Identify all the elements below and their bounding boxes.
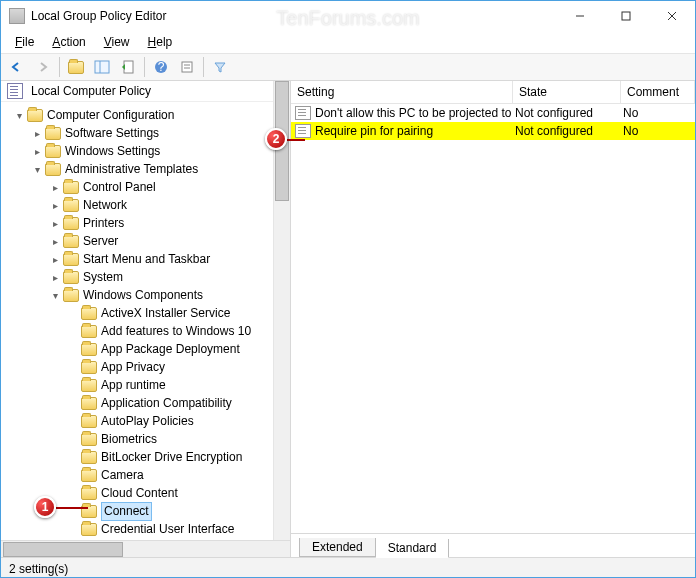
collapse-icon[interactable]: ▾ (13, 109, 25, 121)
expand-icon[interactable]: ▸ (49, 181, 61, 193)
tree-node-label: Network (83, 197, 127, 214)
tree-node[interactable]: Biometrics (1, 430, 290, 448)
tree-node[interactable]: ActiveX Installer Service (1, 304, 290, 322)
tree-node-label: Start Menu and Taskbar (83, 251, 210, 268)
filter-button[interactable] (208, 56, 232, 78)
tree-node[interactable]: ▸Server (1, 232, 290, 250)
expand-icon[interactable]: ▸ (49, 235, 61, 247)
show-hide-tree-button[interactable] (90, 56, 114, 78)
list-header: Setting State Comment (291, 81, 695, 104)
tab-standard[interactable]: Standard (375, 539, 450, 558)
no-arrow (67, 487, 79, 499)
tree-node-label: Windows Components (83, 287, 203, 304)
tree-node[interactable]: Credential User Interface (1, 520, 290, 538)
tree-node[interactable]: ▸Control Panel (1, 178, 290, 196)
maximize-button[interactable] (603, 1, 649, 31)
policy-name: Don't allow this PC to be projected to (315, 106, 511, 120)
tree-root[interactable]: Local Computer Policy (1, 81, 290, 102)
no-arrow (67, 469, 79, 481)
expand-icon[interactable]: ▸ (49, 199, 61, 211)
properties-button[interactable] (175, 56, 199, 78)
forward-button[interactable] (31, 56, 55, 78)
back-button[interactable] (5, 56, 29, 78)
tab-extended[interactable]: Extended (299, 538, 376, 557)
tree-node[interactable]: BitLocker Drive Encryption (1, 448, 290, 466)
menu-action[interactable]: Action (44, 33, 93, 51)
folder-icon (45, 163, 61, 176)
folder-icon (81, 469, 97, 482)
col-state[interactable]: State (513, 81, 621, 103)
col-comment[interactable]: Comment (621, 81, 695, 103)
close-button[interactable] (649, 1, 695, 31)
up-button[interactable] (64, 56, 88, 78)
expand-icon[interactable]: ▸ (31, 127, 43, 139)
policy-name: Require pin for pairing (315, 124, 433, 138)
tree-pane: Local Computer Policy ▾Computer Configur… (1, 81, 291, 557)
policy-state: Not configured (513, 106, 621, 120)
policy-row[interactable]: Don't allow this PC to be projected toNo… (291, 104, 695, 122)
tree-node[interactable]: AutoPlay Policies (1, 412, 290, 430)
folder-icon (81, 433, 97, 446)
tree-node[interactable]: ▸Windows Settings (1, 142, 290, 160)
toolbar: ? (1, 53, 695, 81)
tree-node-label: AutoPlay Policies (101, 413, 194, 430)
tree-node-label: Computer Configuration (47, 107, 174, 124)
policy-state: Not configured (513, 124, 621, 138)
policy-row[interactable]: Require pin for pairingNot configuredNo (291, 122, 695, 140)
no-arrow (67, 307, 79, 319)
help-button[interactable]: ? (149, 56, 173, 78)
tree-node[interactable]: App Privacy (1, 358, 290, 376)
minimize-button[interactable] (557, 1, 603, 31)
tree-node-label: Administrative Templates (65, 161, 198, 178)
tree-node[interactable]: App runtime (1, 376, 290, 394)
tree-node[interactable]: Camera (1, 466, 290, 484)
policy-comment: No (621, 106, 695, 120)
tree-node-label: Credential User Interface (101, 521, 234, 538)
menu-file[interactable]: File (7, 33, 42, 51)
folder-icon (81, 307, 97, 320)
tree-node-label: Camera (101, 467, 144, 484)
tree-node-label: App runtime (101, 377, 166, 394)
tree-node[interactable]: App Package Deployment (1, 340, 290, 358)
expand-icon[interactable]: ▸ (49, 253, 61, 265)
no-arrow (67, 523, 79, 535)
tree-node[interactable]: ▸Software Settings (1, 124, 290, 142)
tree-root-label: Local Computer Policy (31, 84, 151, 98)
no-arrow (67, 397, 79, 409)
tree-node[interactable]: ▸Start Menu and Taskbar (1, 250, 290, 268)
tree-node[interactable]: ▾Windows Components (1, 286, 290, 304)
tree-node[interactable]: Application Compatibility (1, 394, 290, 412)
expand-icon[interactable]: ▸ (49, 271, 61, 283)
policy-comment: No (621, 124, 695, 138)
policy-root-icon (7, 83, 23, 99)
tree-hscroll[interactable] (1, 540, 290, 557)
tree-node[interactable]: ▸System (1, 268, 290, 286)
collapse-icon[interactable]: ▾ (49, 289, 61, 301)
tree-node-label: Cloud Content (101, 485, 178, 502)
tree-node[interactable]: ▾Administrative Templates (1, 160, 290, 178)
folder-icon (81, 397, 97, 410)
expand-icon[interactable]: ▸ (49, 217, 61, 229)
callout-1-arrow (56, 507, 88, 509)
tree-node-label: App Privacy (101, 359, 165, 376)
folder-icon (81, 361, 97, 374)
collapse-icon[interactable]: ▾ (31, 163, 43, 175)
col-setting[interactable]: Setting (291, 81, 513, 103)
callout-2-arrow (287, 139, 305, 141)
expand-icon[interactable]: ▸ (31, 145, 43, 157)
folder-icon (45, 145, 61, 158)
tree-node-label: Add features to Windows 10 (101, 323, 251, 340)
menu-help[interactable]: Help (140, 33, 181, 51)
view-tabs: Extended Standard (291, 533, 695, 557)
tree-node-label: Windows Settings (65, 143, 160, 160)
no-arrow (67, 343, 79, 355)
list-pane: Setting State Comment Don't allow this P… (291, 81, 695, 557)
menu-view[interactable]: View (96, 33, 138, 51)
tree-node[interactable]: ▸Network (1, 196, 290, 214)
export-button[interactable] (116, 56, 140, 78)
tree-node[interactable]: ▾Computer Configuration (1, 106, 290, 124)
status-text: 2 setting(s) (9, 562, 68, 576)
tree-node[interactable]: Add features to Windows 10 (1, 322, 290, 340)
policy-icon (295, 124, 311, 138)
tree-node[interactable]: ▸Printers (1, 214, 290, 232)
